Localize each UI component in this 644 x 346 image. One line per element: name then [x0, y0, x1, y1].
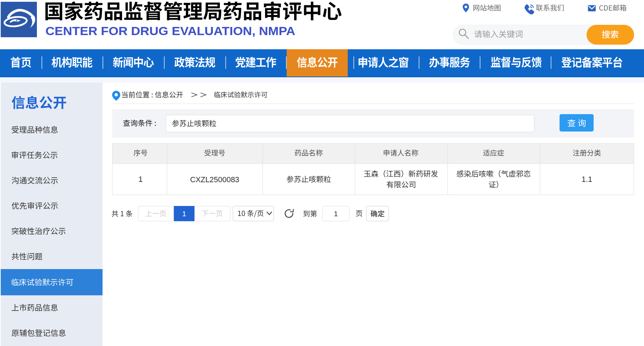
svg-text:1: 1 [334, 210, 338, 218]
svg-text:1: 1 [138, 175, 143, 184]
svg-text:1.1: 1.1 [582, 175, 593, 184]
svg-text:CENTER FOR DRUG EVALUATION, NM: CENTER FOR DRUG EVALUATION, NMPA [45, 24, 295, 38]
svg-text:1: 1 [182, 210, 186, 218]
svg-text:CXZL2500083: CXZL2500083 [190, 175, 240, 184]
